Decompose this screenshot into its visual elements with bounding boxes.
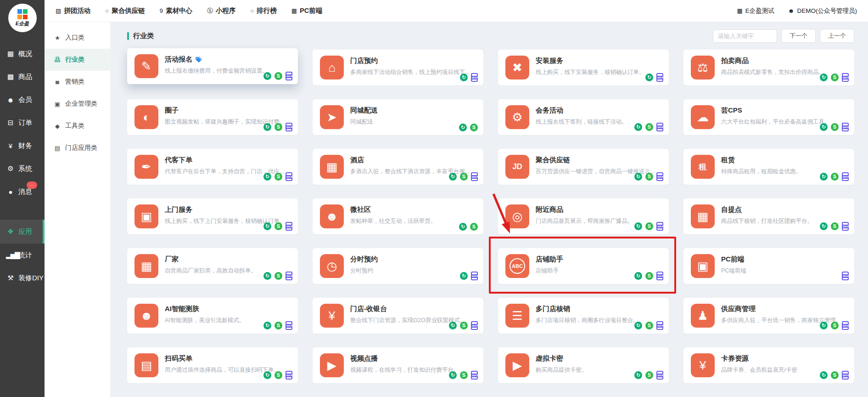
category-item-tools-category[interactable]: ◆工具类	[45, 115, 110, 137]
category-item-enterprise-category[interactable]: ▣企业管理类	[45, 93, 110, 115]
list-check-icon: ☰	[505, 304, 529, 328]
topnav-item-ranking[interactable]: ○排行榜	[250, 6, 276, 15]
topbar-account-company[interactable]: ▦E企盈测试	[737, 7, 774, 15]
sidebar-item-goods[interactable]: ▩商品	[0, 65, 45, 88]
app-card-title: PC前端	[721, 255, 848, 264]
category-item-marketing-category[interactable]: ◙营销类	[45, 71, 110, 93]
wap-badge: WAP	[286, 222, 292, 231]
platform-badges: ↻SWAP	[449, 371, 478, 380]
app-card-multi-store-verify[interactable]: ☰多门店核销多门店项目核销，商圈多行业项目整合。↻SWAP	[498, 298, 669, 334]
app-card-video-vod[interactable]: ▶视频点播视频课程，在线学习，打造知识付费平台。↻SWAP	[313, 347, 483, 383]
sync-badge: ↻	[645, 74, 653, 81]
category-item-store-app-category[interactable]: ▤门店应用类	[45, 137, 110, 159]
menu-gap	[0, 203, 45, 220]
app-card-coupon-resource[interactable]: ¥卡券资源品牌卡券、会员权益直充/卡密↻SWAP	[683, 347, 854, 383]
app-card-pc-frontend-app[interactable]: ▣PC前端PC端前端WAP	[683, 248, 854, 284]
content-header: 行业类 下一个 上一个	[127, 22, 854, 50]
user-icon: ☻	[788, 7, 795, 14]
category-item-entry-category[interactable]: ★入口类	[45, 27, 110, 49]
app-card-description: 同城配送	[350, 118, 477, 126]
app-card-store-cashier[interactable]: ¥门店-收银台整合线下门店资源，实现O2O异业联盟模式。↻SWAP	[313, 298, 483, 334]
building-icon: ▦	[691, 204, 715, 228]
sync-badge: ↻	[820, 322, 828, 329]
app-card-shop-assistant[interactable]: ABC店铺助手店铺助手↻SWAP	[498, 248, 669, 284]
toolbox-icon: ▣	[134, 204, 158, 228]
brand-logo[interactable]: E企盈	[8, 4, 37, 32]
platform-badges: ↻SWAP	[634, 321, 663, 330]
sidebar-item-messages[interactable]: ●消息...	[0, 180, 45, 203]
app-card-micro-community[interactable]: ☻微社区发帖种草，社交互动，活跃带货。↻S	[313, 198, 483, 234]
app-card-title: 活动报名	[165, 55, 291, 64]
app-card-hotel[interactable]: ▦酒店多酒店入驻，整合线下酒店资源，丰富平台服...↻SWAP	[313, 149, 483, 185]
topnav-item-material-center[interactable]: 9素材中心	[160, 6, 192, 15]
wap-badge: WAP	[842, 172, 849, 181]
app-card-jd-supply-chain[interactable]: JD聚合供应链百万货源供应一键进货，自营商品一键推送云...↻SWAP	[498, 149, 669, 185]
next-button[interactable]: 下一个	[781, 29, 816, 43]
category-item-label: 工具类	[65, 122, 84, 130]
app-card-title: 店铺助手	[536, 255, 662, 264]
sidebar-item-decorate-diy[interactable]: ⚒装修DIY	[0, 267, 45, 289]
sidebar-item-apps[interactable]: ❖应用	[0, 220, 45, 244]
wap-badge: WAP	[842, 321, 849, 330]
miniprogram-badge: S	[831, 123, 839, 131]
sidebar-item-orders[interactable]: ⊟订单	[0, 111, 45, 134]
app-card-city-delivery[interactable]: ➤同城配送同城配送↻S	[313, 99, 483, 135]
sidebar-item-finance[interactable]: ¥财务	[0, 134, 45, 157]
wap-badge: WAP	[656, 321, 663, 330]
miniprogram-badge: S	[831, 322, 839, 329]
app-card-nearby-goods[interactable]: ◎附近商品门店商品首页展示，帮商家推广爆品。↻SWAP	[498, 198, 669, 234]
brand-logo-text: E企盈	[16, 20, 29, 27]
app-card-agent-order[interactable]: ✒代客下单代替客户在后台下单，支持自营，门店，供应...↻SWAP	[127, 149, 298, 185]
sidebar-item-overview[interactable]: ▦概况	[0, 42, 45, 65]
rent-icon: 租	[691, 155, 715, 179]
app-card-description: 发帖种草，社交互动，活跃带货。	[350, 217, 477, 225]
app-card-title: 附近商品	[536, 205, 662, 214]
topbar-account-label: E企盈测试	[745, 7, 774, 15]
app-card-title: 厂家	[165, 255, 291, 264]
category-item-label: 企业管理类	[65, 100, 97, 108]
sync-badge: ↻	[263, 222, 271, 230]
miniprogram-badge: S	[470, 223, 478, 231]
app-card-ai-skin-test[interactable]: ☻AI智能测肤AI智能测肤，美业引流新模式。↻SWAP	[127, 298, 298, 334]
picture-icon: ▨	[56, 7, 61, 14]
app-card-conference-activity[interactable]: ⚙会务活动线上报名线下签到，链接线下活动。↻SWAP	[498, 99, 669, 135]
app-card-circle[interactable]: ◐圈子图文视频发帖，搭建兴趣圈子，实现知识付费。↻SWAP	[127, 99, 298, 135]
app-card-yun-cps[interactable]: ☁芸CPS六大平台红包福利，平台必备高返佣工具。↻SWAP	[683, 99, 854, 135]
app-card-time-booking[interactable]: ◷分时预约分时预约↻WAP	[313, 248, 483, 284]
app-card-scan-pay[interactable]: ▤扫码买单用户通过插件选择商品，可以直接扫码下单。↻SWAP	[127, 347, 298, 383]
sitemap-icon: 品	[54, 56, 61, 64]
sidebar-item-system[interactable]: ⚙系统	[0, 157, 45, 180]
topnav-item-group-buy-activity[interactable]: ▨拼团活动	[56, 6, 90, 15]
face-mask-icon: ☻	[134, 304, 158, 328]
app-card-store-booking[interactable]: ⌂门店预约多商家线下活动组合销售，线上预约项目线下...↻WAP	[313, 50, 483, 85]
wechat-icon: Ⓢ	[207, 7, 213, 15]
sync-badge: ↻	[820, 173, 828, 181]
app-card-door-service[interactable]: ▣上门服务线上购买，线下上门安装服务，核销确认订单。↻SWAP	[127, 198, 298, 234]
category-item-industry-category[interactable]: 品行业类	[45, 49, 110, 71]
app-card-pickup-point[interactable]: ▦自提点商品线下核销，打造社区团购平台。↻SWAP	[683, 198, 854, 234]
app-card-install-service[interactable]: ✖安装服务线上购买，线下安装服务，核销确认订单。↻WAP	[498, 50, 669, 85]
grid-icon: ▦	[291, 7, 297, 14]
search-input[interactable]	[713, 29, 777, 43]
topnav-item-mini-program[interactable]: Ⓢ小程序	[207, 6, 236, 15]
target-icon: ◙	[54, 79, 61, 85]
sidebar-item-statistics[interactable]: ▂▅▇统计	[0, 244, 45, 267]
jd-cycle-icon: JD	[505, 155, 529, 179]
app-card-activity-signup[interactable]: ✎活动报名线上报名缴纳费用，付费金额营销设置。↻SWAP	[127, 48, 298, 84]
app-card-auction-goods[interactable]: ⚖拍卖商品商品拍卖模式新零售，竞拍出价得商品。↻SWAP	[683, 50, 854, 85]
topnav-item-label: 聚合供应链	[112, 6, 145, 15]
topnav-item-supply-chain[interactable]: ○聚合供应链	[105, 6, 145, 15]
topnav-item-pc-frontend[interactable]: ▦PC前端	[291, 6, 322, 15]
prev-button[interactable]: 上一个	[820, 29, 854, 43]
platform-badges: ↻SWAP	[634, 222, 663, 231]
app-card-supplier-manage[interactable]: ♟供应商管理多供应商入驻，平台统一销售，商家独立管理。↻SWAP	[683, 298, 854, 334]
app-card-rent[interactable]: 租租赁特殊商品租用，租期租金优惠。↻SWAP	[683, 149, 854, 185]
wap-badge: WAP	[471, 272, 478, 280]
app-card-virtual-card-key[interactable]: ▶虚拟卡密购买商品提供卡密。↻SWAP	[498, 347, 669, 383]
platform-badges: ↻SWAP	[263, 222, 292, 231]
grid-icon: ▦	[737, 7, 743, 14]
app-card-manufacturer[interactable]: ▦厂家自营商品厂家归类，高效自动拆单。↻SWAP	[127, 248, 298, 284]
platform-badges: ↻SWAP	[634, 172, 663, 181]
topbar-account-user[interactable]: ☻DEMO(公众号管理员)	[788, 7, 857, 15]
sidebar-item-members[interactable]: ☻会员	[0, 88, 45, 111]
